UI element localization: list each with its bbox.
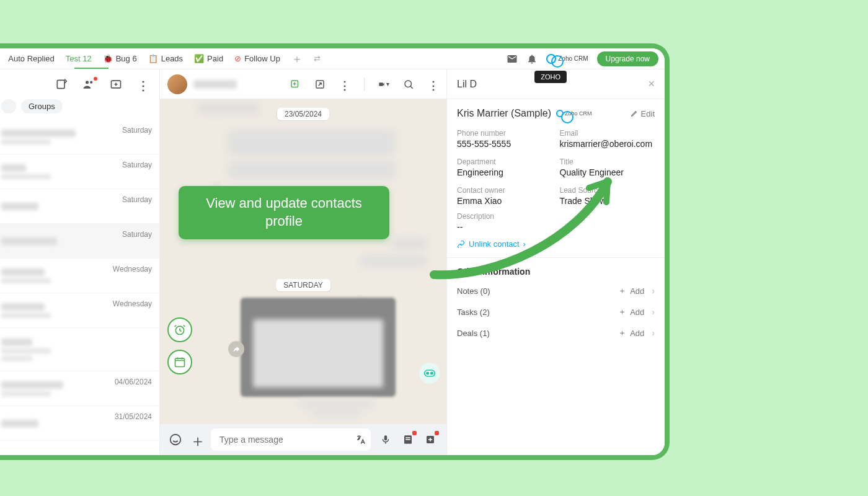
tab-item[interactable]: ✅Paid xyxy=(194,54,223,63)
chat-row[interactable]: 31/05/2024 xyxy=(0,406,159,441)
field-value-description: -- xyxy=(457,222,655,232)
deals-row[interactable]: Deals (1) ＋ Add› xyxy=(447,322,665,343)
tab-label: Paid xyxy=(207,54,223,63)
svg-point-9 xyxy=(431,372,433,374)
chat-title xyxy=(193,80,237,89)
attach-icon[interactable] xyxy=(290,79,301,90)
deals-label: Deals (1) xyxy=(457,329,490,338)
tab-label: Auto Replied xyxy=(8,54,54,63)
tab-label: Test 12 xyxy=(66,54,92,63)
contacts-icon[interactable] xyxy=(82,78,95,91)
link-icon xyxy=(457,240,465,248)
chat-row[interactable]: Wednesday xyxy=(0,259,159,293)
tasks-row[interactable]: Tasks (2) ＋ Add› xyxy=(447,301,665,322)
notification-dot xyxy=(94,77,97,81)
tab-settings[interactable]: ⇄ xyxy=(314,54,321,63)
crm-badge-small: Zoho CRM xyxy=(556,110,592,117)
chat-time: Saturday xyxy=(122,126,152,135)
forward-icon[interactable] xyxy=(228,341,244,357)
quick-reply-icon[interactable] xyxy=(423,432,438,447)
add-task-button[interactable]: ＋ Add› xyxy=(618,306,655,317)
filter-chip[interactable] xyxy=(1,99,16,113)
notes-label: Notes (0) xyxy=(457,286,490,296)
chat-time: Saturday xyxy=(122,161,152,169)
chat-row[interactable] xyxy=(0,328,159,371)
notes-row[interactable]: Notes (0) ＋ Add› xyxy=(447,280,665,301)
tab-item[interactable]: ⊘Follow Up xyxy=(234,54,280,63)
tab-item[interactable]: 🐞Bug 6 xyxy=(103,54,137,63)
new-chat-icon[interactable] xyxy=(55,78,68,91)
edit-button[interactable]: Edit xyxy=(631,109,655,118)
chat-time: 31/05/2024 xyxy=(115,412,152,421)
mic-icon[interactable] xyxy=(378,432,393,447)
field-value-phone: 555-555-5555 xyxy=(457,139,552,149)
field-value-title: Quality Engineer xyxy=(560,167,655,177)
more-icon[interactable]: ⋮ xyxy=(428,79,439,90)
message-input[interactable] xyxy=(211,428,371,451)
field-label: Phone number xyxy=(457,129,552,138)
crm-badge[interactable]: Zoho CRM xyxy=(546,54,588,64)
contact-panel: Lil D × Kris Marrier (Sample) Zoho CRM E… xyxy=(446,69,665,455)
mail-icon[interactable] xyxy=(507,53,518,64)
tab-label: Follow Up xyxy=(244,54,280,63)
add-note-button[interactable]: ＋ Add› xyxy=(618,285,655,296)
tab-item[interactable]: 📋Leads xyxy=(148,54,183,63)
chat-pane: ⋮ ▾ ⋮ 23/05/2024 View and upda xyxy=(160,69,446,455)
add-deal-button[interactable]: ＋ Add› xyxy=(618,327,655,339)
more-icon[interactable]: ⋮ xyxy=(339,79,350,90)
field-label: Contact owner xyxy=(457,186,552,195)
chevron-right-icon: › xyxy=(652,286,655,296)
upgrade-button[interactable]: Upgrade now xyxy=(597,51,658,66)
top-tabs: ad 5 Auto Replied Test 12 🐞Bug 6 📋Leads … xyxy=(0,48,665,69)
chat-row[interactable]: 04/06/2024 xyxy=(0,371,159,406)
pencil-icon xyxy=(631,109,639,117)
more-icon[interactable]: ⋮ xyxy=(137,78,149,91)
chat-row[interactable]: Saturday xyxy=(0,120,159,154)
translate-icon[interactable] xyxy=(356,434,367,445)
search-icon[interactable] xyxy=(403,79,414,90)
chat-time: Saturday xyxy=(122,230,152,239)
field-label: Title xyxy=(560,157,655,166)
chat-row-active[interactable]: Saturday xyxy=(0,224,159,259)
svg-rect-14 xyxy=(405,437,410,438)
field-label: Lead Source xyxy=(560,186,655,195)
tab-item[interactable]: Auto Replied xyxy=(8,54,54,63)
field-value-email: krismarrier@oberoi.com xyxy=(560,139,655,149)
contact-name: Kris Marrier (Sample) xyxy=(457,108,551,119)
link-icon xyxy=(546,54,556,64)
bot-icon[interactable] xyxy=(419,363,440,384)
attach-plus-icon[interactable]: ＋ xyxy=(190,433,203,446)
field-value-owner: Emma Xiao xyxy=(457,196,552,206)
svg-point-12 xyxy=(170,435,181,445)
svg-point-8 xyxy=(427,372,428,374)
add-window-icon[interactable] xyxy=(110,78,122,91)
schedule-button[interactable] xyxy=(167,350,192,374)
close-icon[interactable]: × xyxy=(648,78,655,91)
other-info-header: Other Information xyxy=(447,258,665,280)
template-icon[interactable] xyxy=(401,432,415,447)
date-pill: 23/05/2024 xyxy=(277,108,329,120)
emoji-icon[interactable] xyxy=(169,433,182,446)
svg-point-1 xyxy=(86,81,89,84)
chat-time: Wednesday xyxy=(113,299,152,308)
bell-icon[interactable] xyxy=(526,53,538,64)
check-icon: ✅ xyxy=(194,54,204,63)
chat-row[interactable]: Saturday xyxy=(0,154,159,189)
field-label: Department xyxy=(457,157,552,166)
video-call-icon[interactable]: ▾ xyxy=(378,79,389,90)
date-pill: SATURDAY xyxy=(276,279,330,291)
field-value-dept: Engineering xyxy=(457,167,552,177)
reminder-button[interactable] xyxy=(167,317,192,342)
open-external-icon[interactable] xyxy=(314,79,326,90)
svg-point-2 xyxy=(90,81,92,84)
chat-time: Saturday xyxy=(122,195,152,204)
unlink-contact-link[interactable]: Unlink contact › xyxy=(447,234,665,258)
tab-item-active[interactable]: Test 12 xyxy=(66,54,92,63)
chat-row[interactable]: Saturday xyxy=(0,189,159,224)
tab-add[interactable]: ＋ xyxy=(291,51,303,66)
chevron-right-icon: › xyxy=(652,307,655,317)
chat-row[interactable]: Wednesday xyxy=(0,293,159,328)
filter-chip-groups[interactable]: Groups xyxy=(21,99,63,113)
avatar[interactable] xyxy=(167,74,187,94)
field-value-source: Trade Show xyxy=(560,196,655,206)
